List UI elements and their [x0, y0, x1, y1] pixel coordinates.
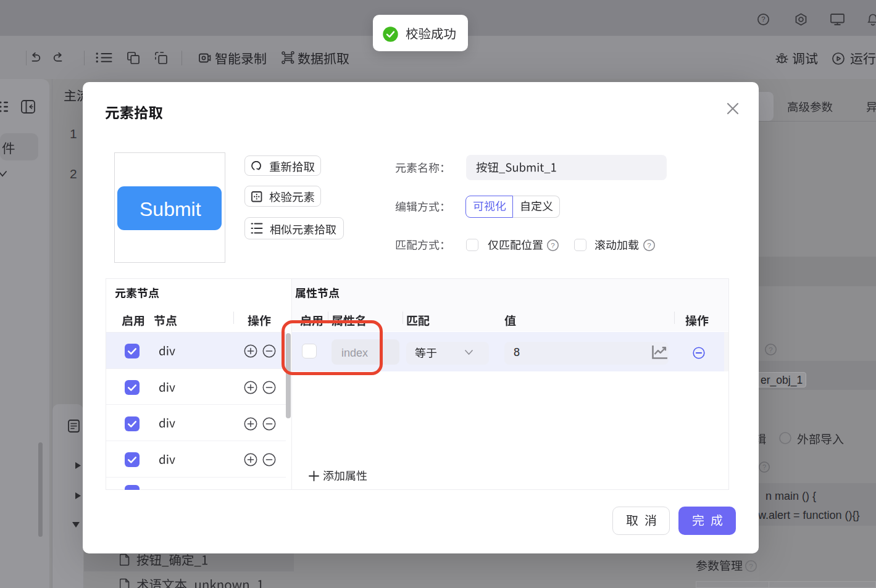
svg-text:?: ?: [762, 463, 766, 471]
svg-text:?: ?: [769, 346, 772, 354]
svg-text:?: ?: [647, 242, 651, 249]
svg-text:?: ?: [551, 242, 554, 249]
svg-text:?: ?: [749, 563, 753, 570]
svg-text:?: ?: [761, 15, 765, 23]
